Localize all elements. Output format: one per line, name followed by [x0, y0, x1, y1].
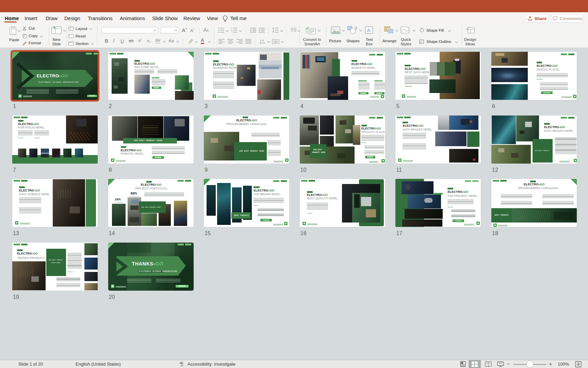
svg-text:1: 1 — [231, 27, 232, 29]
svg-text:2: 2 — [231, 30, 232, 32]
svg-text:A: A — [262, 39, 264, 42]
svg-text:A: A — [367, 28, 371, 33]
